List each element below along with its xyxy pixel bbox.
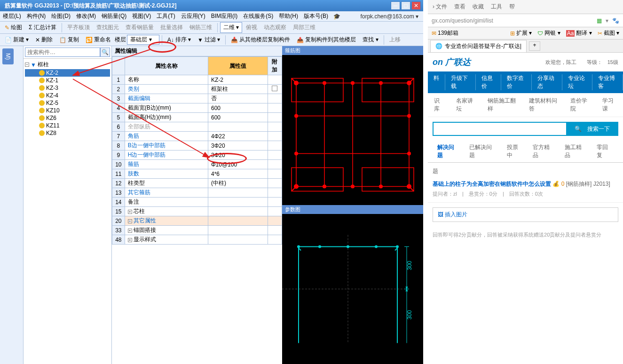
menu-cloud[interactable]: 云应用(Y) — [178, 12, 208, 20]
ext-screenshot[interactable]: ✂ 截图 ▾ — [598, 29, 619, 37]
search-input[interactable] — [25, 47, 100, 57]
tool-copy-to-floor[interactable]: 📤 复制构件到其他楼层 — [294, 35, 359, 45]
menu-bim[interactable]: BIM应用(I) — [208, 12, 241, 20]
prop-row-11[interactable]: 11肢数4*6 — [112, 169, 282, 179]
search-button[interactable]: 🔍 — [100, 47, 110, 57]
prop-row-5[interactable]: 5截面高(H边)(mm)600 — [112, 113, 282, 122]
maximize-button[interactable]: □ — [401, 1, 410, 10]
user-email[interactable]: forpk.chen@163.com ▾ — [360, 13, 423, 20]
web-nav-3[interactable]: 数字造价 — [501, 74, 532, 90]
tool-draw[interactable]: ✎ 绘图 — [2, 23, 25, 32]
tool-local-3d[interactable]: 局部三维 — [290, 23, 318, 32]
tool-align-top[interactable]: 平齐板顶 — [64, 23, 93, 32]
menu-tools[interactable]: 工具(T) — [154, 12, 178, 20]
menu-floor[interactable]: 楼层(L) — [0, 12, 24, 20]
tool-copy-from-floor[interactable]: 📥 从其他楼层复制构件 — [228, 35, 293, 45]
web-subnav-3[interactable]: 建筑材料问答 — [523, 97, 564, 113]
prop-row-14[interactable]: 14备注 — [112, 198, 282, 207]
prop-row-13[interactable]: 13其它箍筋 — [112, 188, 282, 198]
sidebar-tab-module[interactable]: M) — [2, 48, 14, 64]
menu-version[interactable]: 版本号(B) — [301, 12, 331, 20]
web-subnav-2[interactable]: 钢筋施工翻样 — [481, 97, 523, 113]
tree-item-KZ6[interactable]: KZ6 — [25, 114, 110, 122]
prop-row-6[interactable]: 6全部纵筋 — [112, 122, 282, 132]
question-title[interactable]: 基础上的柱子为全高加密在钢筋软件中怎么设置 💰 0 [钢筋抽样] J2013] — [433, 180, 618, 188]
tool-top-view[interactable]: 俯视 — [243, 23, 260, 32]
web-search-button[interactable]: 🔍 搜索一下 — [566, 122, 618, 136]
prop-group-15[interactable]: 15+芯柱 — [112, 207, 282, 216]
web-subnav-0[interactable]: 识库 — [428, 97, 450, 113]
prop-row-9[interactable]: 9H边一侧中部筋3Φ20 — [112, 150, 282, 160]
ext-139mail[interactable]: ✉ 139邮箱 — [432, 29, 458, 37]
menu-modify[interactable]: 修改(M) — [73, 12, 99, 20]
tool-rename[interactable]: 🔁 重命名 — [83, 35, 114, 45]
tree-item-KZ-5[interactable]: KZ-5 — [25, 99, 110, 107]
address-bar[interactable]: gx.com/question/giml/list ▦ ▾ 🐾 — [428, 14, 623, 27]
prop-row-4[interactable]: 4截面宽(B边)(mm)600 — [112, 103, 282, 113]
tool-move-up[interactable]: 上移 — [386, 35, 403, 45]
browser-tab[interactable]: 🌐 专业造价问题答疑平台-广联达| — [430, 40, 527, 52]
web-tab-3[interactable]: 官方精品 — [528, 141, 560, 162]
tree-item-KZ-1[interactable]: KZ-1 — [25, 77, 110, 84]
insert-image-button[interactable]: 🖼 插入图片 — [433, 207, 618, 222]
ext-extension[interactable]: ⊞ 扩展 ▾ — [510, 29, 532, 37]
tool-find-elem[interactable]: 查找图元 — [94, 23, 122, 32]
tool-batch-select[interactable]: 批量选择 — [158, 23, 186, 32]
browser-menu-tools[interactable]: 工具 — [491, 3, 502, 11]
ext-translate[interactable]: Aa 翻译 ▾ — [566, 29, 592, 37]
close-button[interactable]: ✕ — [411, 1, 421, 10]
web-tab-5[interactable]: 零回复 — [592, 141, 618, 162]
tree-item-KZ-2[interactable]: KZ-2 — [25, 69, 110, 77]
web-nav-6[interactable]: 专业博客 — [592, 74, 623, 90]
tool-search[interactable]: 查找 ▾ — [360, 35, 381, 45]
web-tab-4[interactable]: 施工精品 — [560, 141, 592, 162]
tool-sort[interactable]: A↓ 排序 ▾ — [165, 35, 194, 45]
prop-group-48[interactable]: 48+显示样式 — [112, 235, 282, 245]
prop-row-2[interactable]: 2类别框架柱 — [112, 85, 282, 94]
browser-menu-fav[interactable]: 收藏 — [473, 3, 484, 11]
browser-menu-view[interactable]: 查看 — [454, 3, 465, 11]
web-nav-4[interactable]: 分享动态 — [532, 74, 562, 90]
web-nav-5[interactable]: 专业论坛 — [562, 74, 593, 90]
chevron-down-icon[interactable]: ▾ — [606, 17, 608, 24]
web-subnav-5[interactable]: 学习课 — [596, 97, 623, 113]
prop-row-3[interactable]: 3截面编辑否 — [112, 94, 282, 103]
tree-root[interactable]: − ▼ 框柱 — [25, 60, 110, 69]
ext-bank[interactable]: 🛡 网银 ▾ — [537, 29, 560, 37]
prop-row-10[interactable]: 10箍筋Φ10@100 — [112, 160, 282, 169]
menu-component[interactable]: 构件(N) — [24, 12, 49, 20]
minimize-button[interactable]: ─ — [391, 1, 400, 10]
menu-rebar[interactable]: 钢筋量(Q) — [99, 12, 129, 20]
web-tab-1[interactable]: 已解决问题 — [465, 141, 502, 162]
web-search-input[interactable] — [433, 122, 566, 136]
tree-item-KZ-4[interactable]: KZ-4 — [25, 92, 110, 99]
tool-new[interactable]: 📄 新建 ▾ — [2, 35, 32, 45]
tree-item-KZ11[interactable]: KZ11 — [25, 122, 110, 129]
web-nav-0[interactable]: 料 — [428, 74, 445, 90]
menu-online[interactable]: 在线服务(S) — [240, 12, 276, 20]
tool-filter[interactable]: ▼ 过滤 ▾ — [195, 35, 223, 45]
prop-row-12[interactable]: 12柱类型(中柱) — [112, 179, 282, 188]
tree-item-KZ10[interactable]: KZ10 — [25, 107, 110, 114]
view-2d-dropdown[interactable]: 二维 ▾ — [220, 22, 242, 33]
tree-item-KZ8[interactable]: KZ8 — [25, 129, 110, 137]
browser-menu-file[interactable]: › 文件 — [433, 3, 447, 11]
prop-row-8[interactable]: 8B边一侧中部筋3Φ20 — [112, 141, 282, 150]
tool-delete[interactable]: ✕ 删除 — [32, 35, 55, 45]
prop-group-33[interactable]: 33+锚固搭接 — [112, 226, 282, 235]
tree-item-KZ-3[interactable]: KZ-3 — [25, 84, 110, 92]
browser-tab-add[interactable]: + — [529, 41, 540, 51]
web-nav-1[interactable]: 升级下载 — [445, 74, 476, 90]
web-tab-2[interactable]: 投票中 — [502, 141, 528, 162]
web-tab-0[interactable]: 解决问题 — [433, 141, 465, 162]
tool-view-rebar[interactable]: 查看钢筋量 — [123, 23, 157, 32]
prop-row-1[interactable]: 1名称KZ-2 — [112, 75, 282, 85]
web-nav-2[interactable]: 信息价 — [476, 74, 502, 90]
browser-menu-help[interactable]: 帮 — [509, 3, 515, 11]
floor-dropdown[interactable]: 基础层 ▾ — [127, 35, 159, 45]
tool-copy[interactable]: 📋 复制 — [56, 35, 82, 45]
tool-sum[interactable]: Σ 汇总计算 — [26, 23, 59, 32]
web-subnav-1[interactable]: 名家讲坛 — [450, 97, 481, 113]
prop-group-20[interactable]: 20+其它属性 — [112, 216, 282, 226]
paw-icon[interactable]: 🐾 — [612, 17, 619, 24]
